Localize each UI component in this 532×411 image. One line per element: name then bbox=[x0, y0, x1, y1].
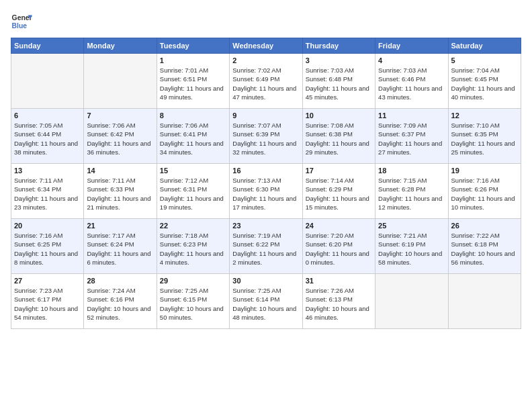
day-number: 3 bbox=[306, 56, 372, 64]
day-number: 26 bbox=[451, 222, 518, 230]
day-number: 2 bbox=[232, 56, 299, 64]
day-number: 10 bbox=[306, 111, 372, 120]
day-number: 19 bbox=[451, 167, 518, 175]
day-info: Sunrise: 7:20 AM Sunset: 6:20 PM Dayligh… bbox=[306, 231, 372, 267]
day-info: Sunrise: 7:13 AM Sunset: 6:30 PM Dayligh… bbox=[232, 176, 299, 212]
day-info: Sunrise: 7:08 AM Sunset: 6:38 PM Dayligh… bbox=[306, 121, 372, 156]
day-number: 24 bbox=[306, 222, 372, 230]
day-info: Sunrise: 7:17 AM Sunset: 6:24 PM Dayligh… bbox=[87, 231, 153, 267]
week-row-1: 1Sunrise: 7:01 AM Sunset: 6:51 PM Daylig… bbox=[11, 54, 521, 109]
day-number: 15 bbox=[160, 167, 226, 175]
day-info: Sunrise: 7:19 AM Sunset: 6:22 PM Dayligh… bbox=[232, 231, 299, 267]
day-header-friday: Friday bbox=[375, 38, 448, 54]
calendar-cell: 7Sunrise: 7:06 AM Sunset: 6:42 PM Daylig… bbox=[84, 109, 157, 164]
day-info: Sunrise: 7:03 AM Sunset: 6:48 PM Dayligh… bbox=[306, 66, 372, 101]
calendar-cell: 24Sunrise: 7:20 AM Sunset: 6:20 PM Dayli… bbox=[302, 219, 375, 274]
day-info: Sunrise: 7:14 AM Sunset: 6:29 PM Dayligh… bbox=[306, 176, 372, 212]
day-header-monday: Monday bbox=[84, 38, 157, 54]
day-number: 8 bbox=[160, 111, 226, 120]
day-info: Sunrise: 7:09 AM Sunset: 6:37 PM Dayligh… bbox=[378, 121, 445, 156]
day-info: Sunrise: 7:26 AM Sunset: 6:13 PM Dayligh… bbox=[306, 286, 372, 322]
logo-icon: General Blue bbox=[11, 11, 32, 32]
calendar-cell: 11Sunrise: 7:09 AM Sunset: 6:37 PM Dayli… bbox=[375, 109, 448, 164]
day-number: 21 bbox=[87, 222, 153, 230]
day-number: 12 bbox=[451, 111, 518, 120]
week-row-3: 13Sunrise: 7:11 AM Sunset: 6:34 PM Dayli… bbox=[11, 164, 521, 219]
calendar-cell: 25Sunrise: 7:21 AM Sunset: 6:19 PM Dayli… bbox=[375, 219, 448, 274]
svg-text:Blue: Blue bbox=[12, 22, 28, 30]
calendar-cell: 12Sunrise: 7:10 AM Sunset: 6:35 PM Dayli… bbox=[448, 109, 521, 164]
day-header-saturday: Saturday bbox=[448, 38, 521, 54]
day-number: 27 bbox=[14, 277, 81, 285]
day-header-tuesday: Tuesday bbox=[157, 38, 229, 54]
calendar-cell: 30Sunrise: 7:25 AM Sunset: 6:14 PM Dayli… bbox=[230, 274, 302, 329]
day-number: 25 bbox=[378, 222, 445, 230]
day-number: 18 bbox=[378, 167, 445, 175]
calendar-cell: 27Sunrise: 7:23 AM Sunset: 6:17 PM Dayli… bbox=[11, 274, 84, 329]
day-info: Sunrise: 7:16 AM Sunset: 6:26 PM Dayligh… bbox=[451, 176, 518, 212]
day-info: Sunrise: 7:23 AM Sunset: 6:17 PM Dayligh… bbox=[14, 286, 81, 322]
calendar-cell: 14Sunrise: 7:11 AM Sunset: 6:33 PM Dayli… bbox=[84, 164, 157, 219]
day-info: Sunrise: 7:03 AM Sunset: 6:46 PM Dayligh… bbox=[378, 66, 445, 101]
day-number: 29 bbox=[160, 277, 226, 285]
day-number: 17 bbox=[306, 167, 372, 175]
calendar-cell: 9Sunrise: 7:07 AM Sunset: 6:39 PM Daylig… bbox=[230, 109, 302, 164]
day-info: Sunrise: 7:15 AM Sunset: 6:28 PM Dayligh… bbox=[378, 176, 445, 212]
day-info: Sunrise: 7:05 AM Sunset: 6:44 PM Dayligh… bbox=[14, 121, 81, 156]
calendar-cell: 8Sunrise: 7:06 AM Sunset: 6:41 PM Daylig… bbox=[157, 109, 229, 164]
calendar-cell: 22Sunrise: 7:18 AM Sunset: 6:23 PM Dayli… bbox=[157, 219, 229, 274]
day-number: 11 bbox=[378, 111, 445, 120]
calendar-cell: 26Sunrise: 7:22 AM Sunset: 6:18 PM Dayli… bbox=[448, 219, 521, 274]
day-info: Sunrise: 7:24 AM Sunset: 6:16 PM Dayligh… bbox=[87, 286, 153, 322]
day-number: 23 bbox=[232, 222, 299, 230]
calendar-cell: 6Sunrise: 7:05 AM Sunset: 6:44 PM Daylig… bbox=[11, 109, 84, 164]
week-row-4: 20Sunrise: 7:16 AM Sunset: 6:25 PM Dayli… bbox=[11, 219, 521, 274]
day-info: Sunrise: 7:12 AM Sunset: 6:31 PM Dayligh… bbox=[160, 176, 226, 212]
day-info: Sunrise: 7:18 AM Sunset: 6:23 PM Dayligh… bbox=[160, 231, 226, 267]
calendar-cell: 23Sunrise: 7:19 AM Sunset: 6:22 PM Dayli… bbox=[230, 219, 302, 274]
calendar-cell: 10Sunrise: 7:08 AM Sunset: 6:38 PM Dayli… bbox=[302, 109, 375, 164]
day-info: Sunrise: 7:11 AM Sunset: 6:33 PM Dayligh… bbox=[87, 176, 153, 212]
day-number: 16 bbox=[232, 167, 299, 175]
day-info: Sunrise: 7:11 AM Sunset: 6:34 PM Dayligh… bbox=[14, 176, 81, 212]
day-number: 22 bbox=[160, 222, 226, 230]
day-info: Sunrise: 7:06 AM Sunset: 6:41 PM Dayligh… bbox=[160, 121, 226, 156]
calendar-cell: 4Sunrise: 7:03 AM Sunset: 6:46 PM Daylig… bbox=[375, 54, 448, 109]
day-header-thursday: Thursday bbox=[302, 38, 375, 54]
day-info: Sunrise: 7:04 AM Sunset: 6:45 PM Dayligh… bbox=[451, 66, 518, 101]
day-info: Sunrise: 7:22 AM Sunset: 6:18 PM Dayligh… bbox=[451, 231, 518, 267]
header-row: SundayMondayTuesdayWednesdayThursdayFrid… bbox=[11, 38, 521, 54]
calendar-cell: 3Sunrise: 7:03 AM Sunset: 6:48 PM Daylig… bbox=[302, 54, 375, 109]
day-info: Sunrise: 7:25 AM Sunset: 6:15 PM Dayligh… bbox=[160, 286, 226, 322]
calendar-cell: 5Sunrise: 7:04 AM Sunset: 6:45 PM Daylig… bbox=[448, 54, 521, 109]
calendar-cell: 2Sunrise: 7:02 AM Sunset: 6:49 PM Daylig… bbox=[230, 54, 302, 109]
day-info: Sunrise: 7:16 AM Sunset: 6:25 PM Dayligh… bbox=[14, 231, 81, 267]
day-info: Sunrise: 7:25 AM Sunset: 6:14 PM Dayligh… bbox=[232, 286, 299, 322]
calendar-cell bbox=[84, 54, 157, 109]
day-number: 13 bbox=[14, 167, 81, 175]
day-number: 30 bbox=[232, 277, 299, 285]
day-number: 28 bbox=[87, 277, 153, 285]
calendar-cell: 1Sunrise: 7:01 AM Sunset: 6:51 PM Daylig… bbox=[157, 54, 229, 109]
day-number: 9 bbox=[232, 111, 299, 120]
calendar-cell: 20Sunrise: 7:16 AM Sunset: 6:25 PM Dayli… bbox=[11, 219, 84, 274]
calendar-cell: 21Sunrise: 7:17 AM Sunset: 6:24 PM Dayli… bbox=[84, 219, 157, 274]
calendar-cell: 13Sunrise: 7:11 AM Sunset: 6:34 PM Dayli… bbox=[11, 164, 84, 219]
day-number: 7 bbox=[87, 111, 153, 120]
calendar-cell: 15Sunrise: 7:12 AM Sunset: 6:31 PM Dayli… bbox=[157, 164, 229, 219]
day-number: 14 bbox=[87, 167, 153, 175]
week-row-2: 6Sunrise: 7:05 AM Sunset: 6:44 PM Daylig… bbox=[11, 109, 521, 164]
calendar-cell: 29Sunrise: 7:25 AM Sunset: 6:15 PM Dayli… bbox=[157, 274, 229, 329]
week-row-5: 27Sunrise: 7:23 AM Sunset: 6:17 PM Dayli… bbox=[11, 274, 521, 329]
calendar-cell: 17Sunrise: 7:14 AM Sunset: 6:29 PM Dayli… bbox=[302, 164, 375, 219]
logo: General Blue bbox=[11, 11, 32, 32]
day-info: Sunrise: 7:06 AM Sunset: 6:42 PM Dayligh… bbox=[87, 121, 153, 156]
day-number: 4 bbox=[378, 56, 445, 64]
calendar-cell: 16Sunrise: 7:13 AM Sunset: 6:30 PM Dayli… bbox=[230, 164, 302, 219]
page-header: General Blue bbox=[11, 11, 521, 32]
calendar-cell: 31Sunrise: 7:26 AM Sunset: 6:13 PM Dayli… bbox=[302, 274, 375, 329]
day-number: 1 bbox=[160, 56, 226, 64]
day-number: 20 bbox=[14, 222, 81, 230]
calendar-cell: 18Sunrise: 7:15 AM Sunset: 6:28 PM Dayli… bbox=[375, 164, 448, 219]
day-info: Sunrise: 7:02 AM Sunset: 6:49 PM Dayligh… bbox=[232, 66, 299, 101]
